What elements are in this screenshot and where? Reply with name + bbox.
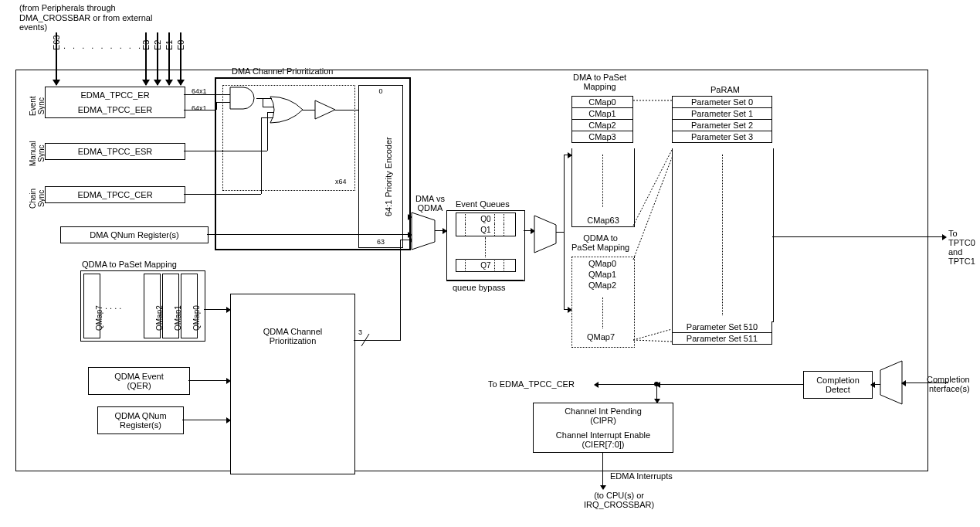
encoder-top: 0 bbox=[378, 87, 382, 95]
qmap0p: QMap0 bbox=[573, 258, 632, 269]
wire-qdmamap-prior bbox=[204, 309, 230, 310]
pset511: Parameter Set 511 bbox=[672, 333, 772, 345]
wire-or-buf bbox=[303, 110, 315, 110]
svg-marker-8 bbox=[880, 361, 902, 404]
wire-cd-out bbox=[656, 384, 803, 385]
event-queues-title: Event Queues bbox=[456, 199, 510, 209]
wire-and-or-h bbox=[263, 107, 273, 107]
wire-and-or-v bbox=[263, 98, 263, 107]
dma-paset-gap bbox=[571, 148, 635, 214]
wire-edma-int bbox=[602, 452, 603, 489]
edma-er: EDMA_TPCC_ER bbox=[45, 87, 185, 104]
pset1: Parameter Set 1 bbox=[672, 108, 772, 120]
completion-detect: Completion Detect bbox=[803, 371, 873, 399]
edma-cer: EDMA_TPCC_CER bbox=[45, 186, 185, 203]
mux3-shape bbox=[880, 361, 902, 404]
qdma-paset-map-title: QDMA to PaSet Mapping bbox=[82, 260, 177, 269]
chain-sync-label: ChainSync bbox=[29, 189, 46, 209]
qmap1p: QMap1 bbox=[573, 269, 632, 280]
encoder-bot: 63 bbox=[377, 238, 385, 246]
qmap7-label: QMap7 bbox=[95, 305, 103, 331]
wire-esr-or-h2 bbox=[267, 112, 273, 113]
wire-qprior-h bbox=[354, 340, 400, 341]
wire-node-down bbox=[656, 384, 657, 403]
queue-vdots bbox=[485, 237, 486, 257]
header-note: (from Peripherals through DMA_CROSSBAR o… bbox=[19, 3, 174, 32]
wire-qnum-mux bbox=[207, 234, 412, 235]
qmap-dots: . . . . bbox=[105, 301, 121, 311]
cmap1: CMap1 bbox=[571, 108, 633, 120]
pset2: Parameter Set 2 bbox=[672, 120, 772, 131]
cmap0: CMap0 bbox=[571, 96, 633, 108]
completion-if-label: Completion Interface(s) bbox=[927, 375, 970, 393]
mux-label: DMA vs QDMA bbox=[415, 194, 445, 212]
param-dots bbox=[722, 155, 723, 315]
arrow-e3 bbox=[145, 32, 147, 85]
wire-esr-or-h bbox=[184, 151, 267, 151]
dma-paset-dots bbox=[602, 155, 603, 207]
param-stack-bot: Parameter Set 510 Parameter Set 511 bbox=[672, 321, 772, 345]
wire-bypass bbox=[446, 280, 524, 280]
cier-box: Channel Interrupt Enable (CIER[7:0]) bbox=[533, 427, 673, 453]
wire-eer-and-h bbox=[184, 110, 216, 110]
to-tptc-label: To TPTC0 and TPTC1 bbox=[948, 229, 980, 266]
cmap63: CMap63 bbox=[571, 213, 635, 227]
edma-eer: EDMA_TPCC_EER bbox=[45, 102, 185, 118]
footer-label: (to CPU(s) or IRQ_CROSSBAR) bbox=[584, 491, 654, 509]
wire-to-dmapaset bbox=[564, 155, 571, 155]
qmap0-label: QMap0 bbox=[192, 305, 201, 331]
cmap2: CMap2 bbox=[571, 120, 633, 131]
svg-marker-1 bbox=[412, 212, 435, 250]
qdma-paset-stack: QMap0 QMap1 QMap2 bbox=[573, 258, 632, 291]
wire-cer-or-h bbox=[184, 194, 261, 195]
wire-eer-and-v bbox=[216, 102, 217, 110]
arrow-e1 bbox=[168, 32, 170, 85]
event-ellipsis: . . . . . . . . . . bbox=[63, 41, 152, 50]
wire-cer-or-v bbox=[261, 117, 262, 194]
queue-bypass-label: queue bypass bbox=[453, 283, 506, 292]
qdma-paset-dots bbox=[602, 298, 603, 328]
wire-and-or bbox=[256, 98, 272, 99]
wire-to-cer bbox=[595, 384, 656, 385]
mapping-crosslines bbox=[633, 96, 672, 348]
wire-mux3-cd bbox=[871, 384, 880, 385]
wire-eer-and-h2 bbox=[216, 102, 230, 103]
x64-label: x64 bbox=[335, 178, 347, 185]
wire-cer-or-h2 bbox=[261, 117, 273, 118]
param-stack-top: Parameter Set 0 Parameter Set 1 Paramete… bbox=[672, 96, 772, 143]
priority-encoder-label: 64:1 Priority Encoder bbox=[384, 137, 393, 216]
wire-mux2-out bbox=[556, 232, 564, 233]
tag64x1-b: 64x1 bbox=[192, 104, 207, 112]
and-gate-icon bbox=[230, 87, 256, 109]
svg-line-6 bbox=[633, 329, 672, 340]
event-sync-label: EventSync bbox=[29, 96, 46, 116]
wire-er-and bbox=[184, 94, 230, 95]
arrow-e2 bbox=[157, 32, 158, 85]
wire-to-qdmapaset bbox=[564, 309, 571, 310]
mux2-shape bbox=[534, 216, 556, 253]
wire-buf-enc bbox=[335, 110, 358, 110]
dma-prioritization-title: DMA Channel Prioritization bbox=[232, 66, 333, 76]
or-gate-icon bbox=[270, 97, 303, 123]
arrow-e63 bbox=[56, 32, 57, 85]
pset0: Parameter Set 0 bbox=[672, 96, 772, 108]
svg-line-0 bbox=[361, 334, 369, 346]
wire-qer-prior bbox=[188, 380, 230, 381]
dma-paset-title: DMA to PaSet Mapping bbox=[573, 73, 626, 91]
svg-marker-2 bbox=[534, 216, 556, 253]
slash-icon bbox=[361, 334, 369, 346]
cipr-box: Channel Int Pending (CIPR) bbox=[533, 403, 673, 429]
dma-paset-stack: CMap0 CMap1 CMap2 CMap3 bbox=[571, 96, 633, 143]
svg-line-5 bbox=[633, 158, 672, 260]
priority-encoder: 0 63 bbox=[358, 85, 403, 248]
edma-esr: EDMA_TPCC_ESR bbox=[45, 143, 185, 160]
pset510: Parameter Set 510 bbox=[672, 321, 772, 333]
mux-shape bbox=[412, 212, 435, 250]
qmap2p: QMap2 bbox=[573, 280, 632, 291]
svg-line-4 bbox=[633, 150, 672, 226]
qmap7p: QMap7 bbox=[587, 332, 615, 342]
edma-int-label: EDMA Interrupts bbox=[610, 471, 673, 481]
to-cer-label: To EDMA_TPCC_CER bbox=[488, 379, 575, 389]
wire-param-out bbox=[772, 236, 946, 237]
qdma-prioritization: QDMA Channel Prioritization bbox=[230, 294, 355, 474]
